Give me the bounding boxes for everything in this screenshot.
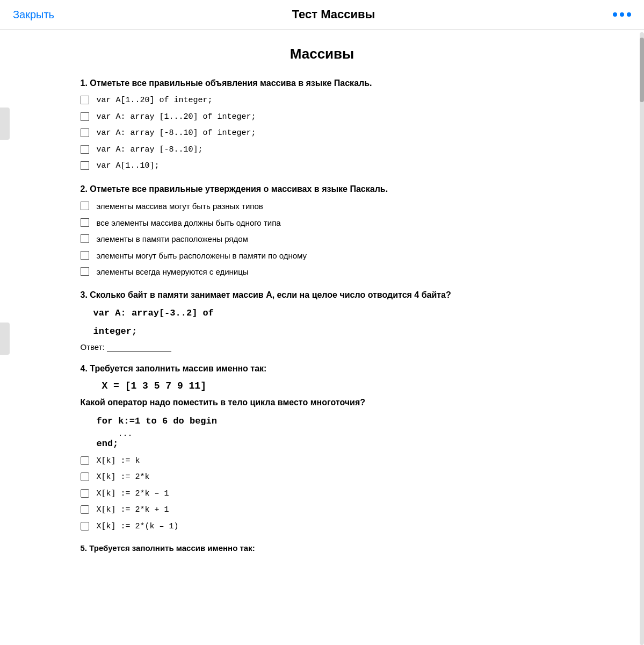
q3-answer-label: Ответ: xyxy=(81,342,564,352)
q2-option-4-text: элементы могут быть расположены в памяти… xyxy=(97,250,307,262)
dot-3 xyxy=(627,12,631,17)
q1-text: 1. Отметьте все правильные объявления ма… xyxy=(81,77,564,89)
q3-answer-input[interactable] xyxy=(107,342,171,352)
q1-checkbox-5[interactable] xyxy=(81,161,89,170)
q1-checkbox-3[interactable] xyxy=(81,128,89,137)
q1-checkbox-2[interactable] xyxy=(81,112,89,121)
q2-option-1: элементы массива могут быть разных типов xyxy=(81,200,564,213)
q1-option-2: var A: array [1...20] of integer; xyxy=(81,111,564,124)
dot-1 xyxy=(613,12,617,17)
q4-array-display: X = [1 3 5 7 9 11] xyxy=(102,381,564,391)
left-ear-2 xyxy=(0,322,10,355)
q1-option-5: var A[1..10]; xyxy=(81,160,564,173)
q4-option-5-text: X[k] := 2*(k – 1) xyxy=(97,521,179,533)
q2-checkbox-1[interactable] xyxy=(81,202,89,210)
q2-checkbox-5[interactable] xyxy=(81,267,89,276)
q4-radio-2[interactable] xyxy=(81,472,89,481)
question-1: 1. Отметьте все правильные объявления ма… xyxy=(81,77,564,173)
app-header: Закрыть Тест Массивы xyxy=(0,0,644,30)
q4-option-1-text: X[k] := k xyxy=(97,455,140,468)
q4-option-3: X[k] := 2*k – 1 xyxy=(81,488,564,500)
q2-option-3-text: элементы в памяти расположены рядом xyxy=(97,233,248,246)
q4-for-code: for k:=1 to 6 do begin xyxy=(97,414,564,429)
q1-option-4: var A: array [-8..10]; xyxy=(81,144,564,156)
q4-radio-4[interactable] xyxy=(81,505,89,514)
q3-code-line2: integer; xyxy=(93,325,564,339)
q5-partial-text: 5. Требуется заполнить массив именно так… xyxy=(81,543,564,553)
page-title: Массивы xyxy=(81,46,564,62)
q4-end-code: end; xyxy=(97,439,564,449)
left-ear-1 xyxy=(0,108,10,140)
q4-option-4-text: X[k] := 2*k + 1 xyxy=(97,504,169,517)
more-button[interactable] xyxy=(613,12,631,17)
q4-option-1: X[k] := k xyxy=(81,455,564,468)
q4-radio-5[interactable] xyxy=(81,522,89,531)
q2-option-2: все элементы массива должны быть одного … xyxy=(81,217,564,230)
question-4: 4. Требуется заполнить массив именно так… xyxy=(81,363,564,533)
q2-option-5: элементы всегда нумеруются с единицы xyxy=(81,266,564,278)
q1-option-5-text: var A[1..10]; xyxy=(97,160,160,173)
q2-option-3: элементы в памяти расположены рядом xyxy=(81,233,564,246)
q1-option-3-text: var A: array [-8..10] of integer; xyxy=(97,127,256,140)
q4-option-2: X[k] := 2*k xyxy=(81,471,564,484)
q1-option-2-text: var A: array [1...20] of integer; xyxy=(97,111,256,124)
dot-2 xyxy=(620,12,624,17)
q3-text: 3. Сколько байт в памяти занимает массив… xyxy=(81,289,564,301)
question-2: 2. Отметьте все правильные утверждения о… xyxy=(81,183,564,278)
close-button[interactable]: Закрыть xyxy=(13,9,54,21)
q1-option-3: var A: array [-8..10] of integer; xyxy=(81,127,564,140)
q4-option-2-text: X[k] := 2*k xyxy=(97,471,150,484)
scrollbar-thumb[interactable] xyxy=(640,38,644,102)
q4-option-5: X[k] := 2*(k – 1) xyxy=(81,521,564,533)
q1-option-1-text: var A[1..20] of integer; xyxy=(97,95,213,107)
q1-checkbox-1[interactable] xyxy=(81,96,89,104)
q2-option-2-text: все элементы массива должны быть одного … xyxy=(97,217,281,230)
q4-dots-code: ... xyxy=(118,429,564,439)
q2-checkbox-2[interactable] xyxy=(81,218,89,227)
q4-text1: 4. Требуется заполнить массив именно так… xyxy=(81,363,564,375)
q1-checkbox-4[interactable] xyxy=(81,145,89,154)
q2-option-5-text: элементы всегда нумеруются с единицы xyxy=(97,266,249,278)
question-3: 3. Сколько байт в памяти занимает массив… xyxy=(81,289,564,352)
q4-radio-1[interactable] xyxy=(81,456,89,465)
q2-checkbox-4[interactable] xyxy=(81,251,89,260)
q2-checkbox-3[interactable] xyxy=(81,234,89,243)
q4-text2: Какой оператор надо поместить в тело цик… xyxy=(81,397,564,408)
q4-option-4: X[k] := 2*k + 1 xyxy=(81,504,564,517)
header-title: Тест Массивы xyxy=(292,8,375,22)
q4-radio-3[interactable] xyxy=(81,489,89,498)
q1-option-1: var A[1..20] of integer; xyxy=(81,95,564,107)
q3-code-line1: var A: array[-3..2] of xyxy=(93,306,564,320)
q2-option-4: элементы могут быть расположены в памяти… xyxy=(81,250,564,262)
q4-option-3-text: X[k] := 2*k – 1 xyxy=(97,488,169,500)
q1-option-4-text: var A: array [-8..10]; xyxy=(97,144,203,156)
q2-text: 2. Отметьте все правильные утверждения о… xyxy=(81,183,564,195)
q2-option-1-text: элементы массива могут быть разных типов xyxy=(97,200,263,213)
scrollbar[interactable] xyxy=(640,32,644,645)
main-content: Массивы 1. Отметьте все правильные объяв… xyxy=(27,30,618,574)
